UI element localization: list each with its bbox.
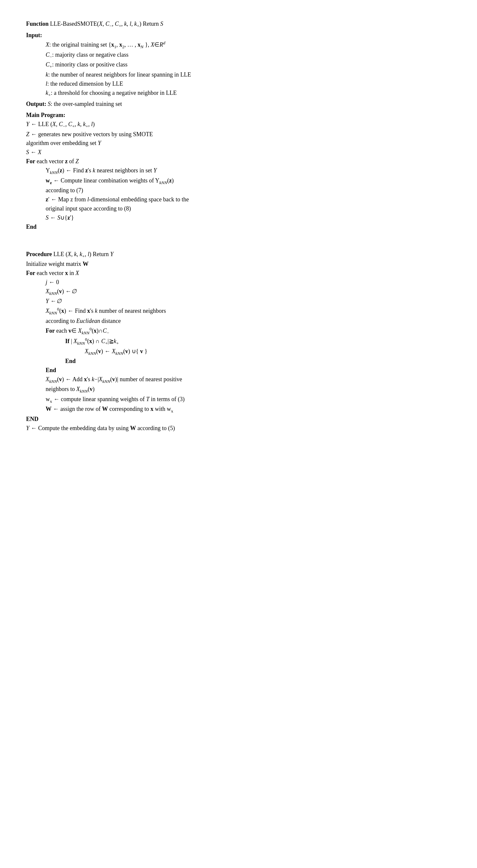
proc-line-1: j ← 0	[26, 278, 450, 287]
main-line-8b: original input space according to (8)	[26, 204, 450, 213]
input-c-minus: C−: majority class or negative class	[26, 51, 450, 61]
main-line-9: S ← S∪{z'}	[26, 213, 450, 222]
proc-line-5: For each v∈ XkNN0(x)∩C−	[26, 326, 450, 337]
proc-end-label: END	[26, 415, 450, 424]
main-line-1: Y ← LLE (X, C−, C+, k, k+, l)	[26, 120, 450, 130]
proc-line-8b: neighbors to XkNN(v)	[26, 385, 450, 395]
init-weight-matrix: Initialize weight matrix W	[26, 260, 450, 269]
main-line-8: z' ← Map z from l-dimensional embedding …	[26, 195, 450, 204]
algorithm-container: Function LLE-BasedSMOTE(X, C−, C+, k, l,…	[26, 20, 450, 433]
input-label: Input:	[26, 31, 450, 40]
input-k: k: the number of nearest neighbors for l…	[26, 70, 450, 80]
main-line-2: Z ← generates new positive vectors by us…	[26, 130, 450, 139]
input-c-plus: C+: minority class or positive class	[26, 60, 450, 70]
function-header: Function LLE-BasedSMOTE(X, C−, C+, k, l,…	[26, 20, 450, 30]
proc-line-6: If | XkNN0(x) ∩ C+|≧k+	[26, 336, 450, 347]
main-line-6: wz ← Compute linear combination weights …	[26, 176, 450, 186]
input-k-plus: k+: a threshold for choosing a negative …	[26, 89, 450, 99]
input-x: X: the original training set {x1, x2, … …	[26, 40, 450, 51]
procedure-header: Procedure LLE (X, k, k+, l) Return Y	[26, 250, 450, 260]
proc-line-2: XkNN(v) ←∅	[26, 287, 450, 297]
input-l: l: the reduced dimension by LLE	[26, 80, 450, 89]
proc-line-7: XkNN(v) ← XkNN(v) ∪{ v }	[26, 347, 450, 357]
proc-line-4: XkNN0(x) ← Find x's k number of nearest …	[26, 306, 450, 317]
proc-line-9: wx ← compute linear spanning weights of …	[26, 395, 450, 405]
main-end: End	[26, 222, 450, 232]
main-program-label: Main Program:	[26, 111, 450, 120]
proc-outer-end: End	[26, 366, 450, 375]
proc-inner-end: End	[26, 357, 450, 366]
main-line-2b: algorithm over embedding set Y	[26, 139, 450, 148]
proc-final-line: Y ← Compute the embedding data by using …	[26, 424, 450, 433]
for-each-x: For each vector x in X	[26, 269, 450, 278]
main-line-3: S ← X	[26, 148, 450, 157]
proc-line-4b: according to Euclidean distance	[26, 317, 450, 326]
proc-line-8: XkNN(v) ← Add x's k−|XkNN(v)| number of …	[26, 375, 450, 385]
proc-line-3: Y ←∅	[26, 297, 450, 306]
main-line-7: according to (7)	[26, 186, 450, 195]
proc-line-10: W ← assign the row of W corresponding to…	[26, 405, 450, 415]
main-line-5: YkNN(z) ← Find z's k nearest neighbors i…	[26, 166, 450, 176]
output-label: Output: S: the over-sampled training set	[26, 100, 450, 109]
main-line-4: For each vector z of Z	[26, 157, 450, 166]
